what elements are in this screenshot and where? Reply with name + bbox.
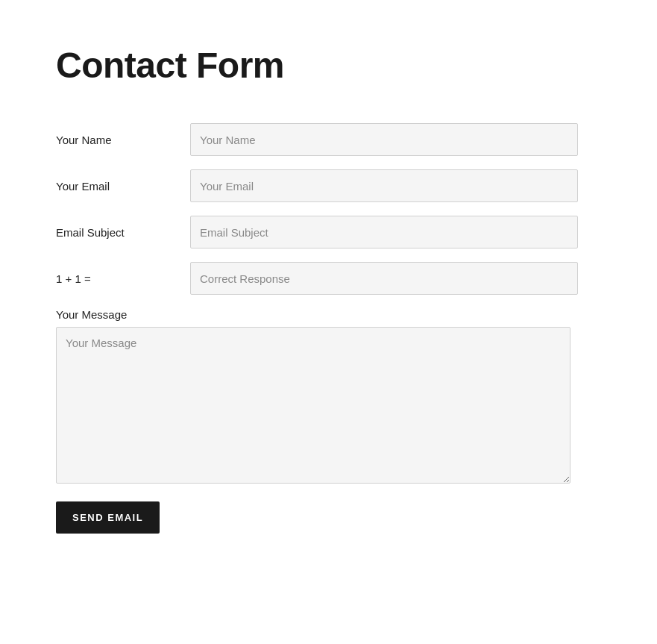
captcha-label: 1 + 1 = bbox=[56, 272, 190, 285]
submit-container: SEND EMAIL bbox=[56, 501, 601, 534]
captcha-input[interactable] bbox=[190, 262, 578, 295]
name-row: Your Name bbox=[56, 123, 601, 156]
subject-label: Email Subject bbox=[56, 226, 190, 239]
page-container: Contact Form Your Name Your Email Email … bbox=[0, 0, 657, 578]
message-label: Your Message bbox=[56, 308, 601, 321]
subject-input[interactable] bbox=[190, 216, 578, 248]
subject-row: Email Subject bbox=[56, 216, 601, 248]
email-row: Your Email bbox=[56, 169, 601, 202]
captcha-row: 1 + 1 = bbox=[56, 262, 601, 295]
message-textarea[interactable] bbox=[56, 327, 570, 484]
submit-button[interactable]: SEND EMAIL bbox=[56, 501, 160, 534]
email-input[interactable] bbox=[190, 169, 578, 202]
contact-form: Your Name Your Email Email Subject 1 + 1… bbox=[56, 123, 601, 534]
email-label: Your Email bbox=[56, 180, 190, 193]
name-label: Your Name bbox=[56, 134, 190, 146]
message-row: Your Message bbox=[56, 308, 601, 484]
name-input[interactable] bbox=[190, 123, 578, 156]
page-title: Contact Form bbox=[56, 45, 601, 86]
